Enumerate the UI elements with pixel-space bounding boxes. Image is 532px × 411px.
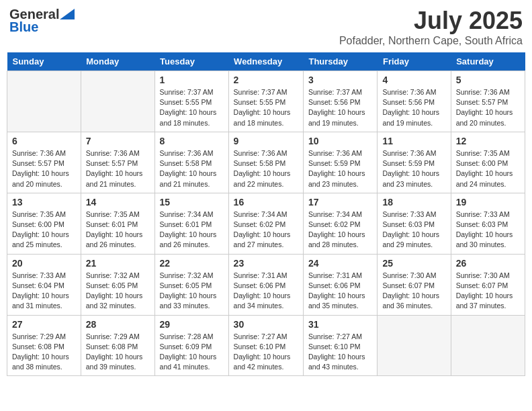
calendar-day: 24Sunrise: 7:31 AMSunset: 6:06 PMDayligh… xyxy=(303,254,377,315)
calendar-day xyxy=(81,71,154,132)
day-number: 30 xyxy=(234,319,298,330)
calendar-day: 11Sunrise: 7:36 AMSunset: 5:59 PMDayligh… xyxy=(378,132,451,193)
day-number: 9 xyxy=(234,136,298,146)
day-info: Sunrise: 7:32 AMSunset: 6:05 PMDaylight:… xyxy=(86,271,150,312)
day-info: Sunrise: 7:36 AMSunset: 5:58 PMDaylight:… xyxy=(234,148,298,189)
day-info: Sunrise: 7:33 AMSunset: 6:04 PMDaylight:… xyxy=(12,271,76,312)
day-number: 17 xyxy=(308,197,372,208)
day-info: Sunrise: 7:36 AMSunset: 5:59 PMDaylight:… xyxy=(308,148,372,189)
day-number: 22 xyxy=(160,258,224,269)
calendar-day xyxy=(378,315,451,376)
day-info: Sunrise: 7:35 AMSunset: 6:00 PMDaylight:… xyxy=(12,210,76,250)
page-header: General Blue July 2025 Pofadder, Norther… xyxy=(7,7,525,47)
location: Pofadder, Northern Cape, South Africa xyxy=(339,35,523,47)
header-day: Tuesday xyxy=(154,52,228,71)
calendar-day: 15Sunrise: 7:34 AMSunset: 6:01 PMDayligh… xyxy=(154,193,228,254)
calendar-day: 27Sunrise: 7:29 AMSunset: 6:08 PMDayligh… xyxy=(7,315,81,376)
day-info: Sunrise: 7:36 AMSunset: 5:57 PMDaylight:… xyxy=(86,148,150,189)
day-info: Sunrise: 7:37 AMSunset: 5:56 PMDaylight:… xyxy=(308,87,372,128)
calendar-day xyxy=(451,315,525,376)
day-info: Sunrise: 7:36 AMSunset: 5:59 PMDaylight:… xyxy=(382,148,445,189)
day-info: Sunrise: 7:34 AMSunset: 6:01 PMDaylight:… xyxy=(160,210,224,250)
calendar-day xyxy=(7,71,81,132)
day-number: 8 xyxy=(160,136,224,146)
calendar-day: 3Sunrise: 7:37 AMSunset: 5:56 PMDaylight… xyxy=(303,71,377,132)
day-number: 28 xyxy=(86,319,150,330)
day-number: 13 xyxy=(12,197,76,208)
logo: General Blue xyxy=(9,7,75,35)
day-number: 3 xyxy=(308,75,372,85)
day-info: Sunrise: 7:36 AMSunset: 5:56 PMDaylight:… xyxy=(382,87,445,128)
day-number: 31 xyxy=(308,319,372,330)
calendar-day: 7Sunrise: 7:36 AMSunset: 5:57 PMDaylight… xyxy=(81,132,154,193)
day-number: 19 xyxy=(456,197,520,208)
day-number: 10 xyxy=(308,136,372,146)
title-section: July 2025 Pofadder, Northern Cape, South… xyxy=(339,7,523,47)
svg-marker-0 xyxy=(60,9,75,19)
calendar-day: 19Sunrise: 7:33 AMSunset: 6:03 PMDayligh… xyxy=(451,193,525,254)
calendar-week-row: 27Sunrise: 7:29 AMSunset: 6:08 PMDayligh… xyxy=(7,315,525,376)
calendar-day: 4Sunrise: 7:36 AMSunset: 5:56 PMDaylight… xyxy=(378,71,451,132)
day-number: 21 xyxy=(86,258,150,269)
day-info: Sunrise: 7:33 AMSunset: 6:03 PMDaylight:… xyxy=(382,210,445,250)
logo-blue: Blue xyxy=(9,19,38,35)
day-number: 15 xyxy=(160,197,224,208)
calendar-week-row: 13Sunrise: 7:35 AMSunset: 6:00 PMDayligh… xyxy=(7,193,525,254)
day-info: Sunrise: 7:27 AMSunset: 6:10 PMDaylight:… xyxy=(234,332,298,373)
calendar-day: 28Sunrise: 7:29 AMSunset: 6:08 PMDayligh… xyxy=(81,315,154,376)
day-number: 5 xyxy=(456,75,520,85)
calendar-day: 21Sunrise: 7:32 AMSunset: 6:05 PMDayligh… xyxy=(81,254,154,315)
calendar-day: 26Sunrise: 7:30 AMSunset: 6:07 PMDayligh… xyxy=(451,254,525,315)
day-number: 16 xyxy=(234,197,298,208)
header-day: Friday xyxy=(378,52,451,71)
calendar-day: 16Sunrise: 7:34 AMSunset: 6:02 PMDayligh… xyxy=(228,193,303,254)
day-info: Sunrise: 7:37 AMSunset: 5:55 PMDaylight:… xyxy=(234,87,298,128)
day-info: Sunrise: 7:28 AMSunset: 6:09 PMDaylight:… xyxy=(160,332,224,373)
day-number: 25 xyxy=(382,258,445,269)
day-info: Sunrise: 7:36 AMSunset: 5:57 PMDaylight:… xyxy=(12,148,76,189)
calendar-week-row: 6Sunrise: 7:36 AMSunset: 5:57 PMDaylight… xyxy=(7,132,525,193)
calendar-day: 1Sunrise: 7:37 AMSunset: 5:55 PMDaylight… xyxy=(154,71,228,132)
calendar-day: 10Sunrise: 7:36 AMSunset: 5:59 PMDayligh… xyxy=(303,132,377,193)
day-info: Sunrise: 7:34 AMSunset: 6:02 PMDaylight:… xyxy=(234,210,298,250)
calendar-day: 22Sunrise: 7:32 AMSunset: 6:05 PMDayligh… xyxy=(154,254,228,315)
header-day: Saturday xyxy=(451,52,525,71)
day-info: Sunrise: 7:35 AMSunset: 6:01 PMDaylight:… xyxy=(86,210,150,250)
day-info: Sunrise: 7:32 AMSunset: 6:05 PMDaylight:… xyxy=(160,271,224,312)
day-number: 4 xyxy=(382,75,445,85)
day-info: Sunrise: 7:37 AMSunset: 5:55 PMDaylight:… xyxy=(160,87,224,128)
day-info: Sunrise: 7:36 AMSunset: 5:58 PMDaylight:… xyxy=(160,148,224,189)
day-info: Sunrise: 7:29 AMSunset: 6:08 PMDaylight:… xyxy=(12,332,76,373)
calendar-day: 14Sunrise: 7:35 AMSunset: 6:01 PMDayligh… xyxy=(81,193,154,254)
day-number: 29 xyxy=(160,319,224,330)
day-number: 2 xyxy=(234,75,298,85)
calendar-day: 6Sunrise: 7:36 AMSunset: 5:57 PMDaylight… xyxy=(7,132,81,193)
day-info: Sunrise: 7:35 AMSunset: 6:00 PMDaylight:… xyxy=(456,148,520,189)
day-info: Sunrise: 7:31 AMSunset: 6:06 PMDaylight:… xyxy=(234,271,298,312)
header-row: SundayMondayTuesdayWednesdayThursdayFrid… xyxy=(7,52,525,71)
calendar-day: 2Sunrise: 7:37 AMSunset: 5:55 PMDaylight… xyxy=(228,71,303,132)
day-number: 24 xyxy=(308,258,372,269)
calendar-table: SundayMondayTuesdayWednesdayThursdayFrid… xyxy=(7,52,525,376)
day-number: 12 xyxy=(456,136,520,146)
calendar-day: 20Sunrise: 7:33 AMSunset: 6:04 PMDayligh… xyxy=(7,254,81,315)
header-day: Thursday xyxy=(303,52,377,71)
calendar-week-row: 1Sunrise: 7:37 AMSunset: 5:55 PMDaylight… xyxy=(7,71,525,132)
day-info: Sunrise: 7:33 AMSunset: 6:03 PMDaylight:… xyxy=(456,210,520,250)
calendar-day: 17Sunrise: 7:34 AMSunset: 6:02 PMDayligh… xyxy=(303,193,377,254)
day-info: Sunrise: 7:36 AMSunset: 5:57 PMDaylight:… xyxy=(456,87,520,128)
calendar-day: 18Sunrise: 7:33 AMSunset: 6:03 PMDayligh… xyxy=(378,193,451,254)
header-day: Sunday xyxy=(7,52,81,71)
day-info: Sunrise: 7:29 AMSunset: 6:08 PMDaylight:… xyxy=(86,332,150,373)
day-info: Sunrise: 7:34 AMSunset: 6:02 PMDaylight:… xyxy=(308,210,372,250)
day-info: Sunrise: 7:30 AMSunset: 6:07 PMDaylight:… xyxy=(382,271,445,312)
day-number: 1 xyxy=(160,75,224,85)
calendar-day: 9Sunrise: 7:36 AMSunset: 5:58 PMDaylight… xyxy=(228,132,303,193)
calendar-day: 29Sunrise: 7:28 AMSunset: 6:09 PMDayligh… xyxy=(154,315,228,376)
day-number: 6 xyxy=(12,136,76,146)
logo-icon xyxy=(60,9,75,19)
day-number: 14 xyxy=(86,197,150,208)
day-number: 11 xyxy=(382,136,445,146)
day-number: 7 xyxy=(86,136,150,146)
calendar-day: 5Sunrise: 7:36 AMSunset: 5:57 PMDaylight… xyxy=(451,71,525,132)
